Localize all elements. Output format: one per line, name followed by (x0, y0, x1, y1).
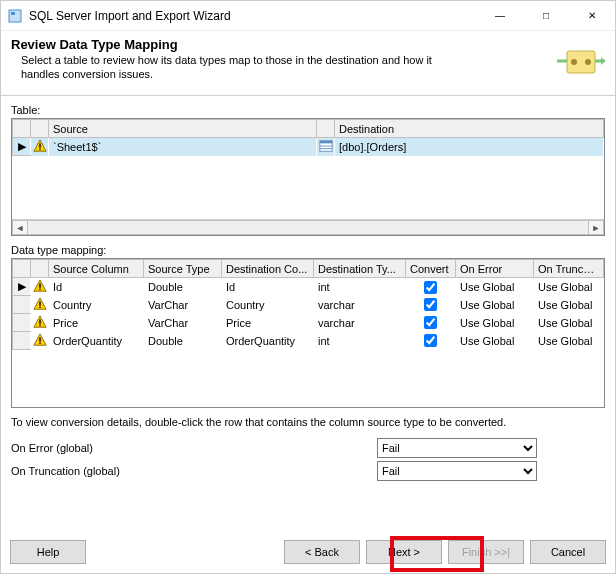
on-error-value[interactable]: Use Global (456, 314, 534, 332)
convert-checkbox-cell[interactable] (406, 278, 456, 296)
svg-point-4 (585, 59, 591, 65)
row-header-corner (13, 120, 31, 138)
source-value: `Sheet1$` (49, 138, 317, 156)
mapping-row[interactable]: ▶IdDoubleIdintUse GlobalUse Global (13, 278, 604, 296)
page-subtitle: Select a table to review how its data ty… (21, 54, 451, 82)
dest-column-value: Id (222, 278, 314, 296)
scroll-right-icon[interactable]: ► (588, 220, 604, 235)
svg-rect-18 (39, 342, 40, 343)
row-selector[interactable] (13, 314, 31, 332)
titlebar: SQL Server Import and Export Wizard — □ … (1, 1, 615, 31)
mapping-grid[interactable]: Source Column Source Type Destination Co… (11, 258, 605, 408)
warning-icon (31, 296, 49, 314)
convert-checkbox-cell[interactable] (406, 314, 456, 332)
mapping-row[interactable]: PriceVarCharPricevarcharUse GlobalUse Gl… (13, 314, 604, 332)
dest-icon-header (317, 120, 335, 138)
on-truncation-value[interactable]: Use Global (534, 296, 604, 314)
col-source-type[interactable]: Source Type (144, 260, 222, 278)
on-error-value[interactable]: Use Global (456, 278, 534, 296)
svg-rect-15 (39, 319, 40, 323)
table-row[interactable]: ▶`Sheet1$`[dbo].[Orders] (13, 138, 604, 156)
row-selector[interactable] (13, 332, 31, 350)
dest-type-value: varchar (314, 314, 406, 332)
button-bar: Help < Back Next > Finish >>| Cancel (0, 536, 616, 568)
on-error-global-label: On Error (global) (11, 442, 211, 454)
on-error-value[interactable]: Use Global (456, 296, 534, 314)
convert-checkbox[interactable] (424, 334, 437, 347)
on-truncation-global-label: On Truncation (global) (11, 465, 211, 477)
row-selector[interactable]: ▶ (13, 278, 31, 296)
col-on-truncation[interactable]: On Truncati... (534, 260, 604, 278)
col-on-error[interactable]: On Error (456, 260, 534, 278)
svg-rect-12 (39, 288, 40, 289)
on-truncation-global-select[interactable]: Fail (377, 461, 537, 481)
wizard-icon (557, 37, 605, 85)
convert-checkbox-cell[interactable] (406, 296, 456, 314)
dest-column-value: Price (222, 314, 314, 332)
convert-checkbox[interactable] (424, 316, 437, 329)
source-column-value: Country (49, 296, 144, 314)
col-dest-column[interactable]: Destination Co... (222, 260, 314, 278)
table-hscrollbar[interactable]: ◄ ► (12, 219, 604, 235)
col-source-column[interactable]: Source Column (49, 260, 144, 278)
source-column-value: OrderQuantity (49, 332, 144, 350)
source-column-value: Id (49, 278, 144, 296)
cancel-button[interactable]: Cancel (530, 540, 606, 564)
svg-rect-14 (39, 306, 40, 307)
dest-type-value: varchar (314, 296, 406, 314)
destination-value: [dbo].[Orders] (335, 138, 604, 156)
row-selector[interactable]: ▶ (13, 138, 31, 156)
source-type-value: VarChar (144, 314, 222, 332)
col-convert[interactable]: Convert (406, 260, 456, 278)
svg-rect-1 (11, 12, 15, 15)
svg-rect-5 (39, 143, 40, 147)
on-truncation-value[interactable]: Use Global (534, 332, 604, 350)
source-type-value: Double (144, 278, 222, 296)
col-dest-type[interactable]: Destination Ty... (314, 260, 406, 278)
scroll-track[interactable] (28, 220, 588, 235)
on-truncation-value[interactable]: Use Global (534, 278, 604, 296)
back-button[interactable]: < Back (284, 540, 360, 564)
dest-column-value: Country (222, 296, 314, 314)
source-column-header[interactable]: Source (49, 120, 317, 138)
dest-type-value: int (314, 332, 406, 350)
svg-rect-17 (39, 337, 40, 341)
convert-checkbox[interactable] (424, 281, 437, 294)
warning-icon (31, 138, 49, 156)
svg-point-3 (571, 59, 577, 65)
next-button[interactable]: Next > (366, 540, 442, 564)
help-button[interactable]: Help (10, 540, 86, 564)
dest-type-value: int (314, 278, 406, 296)
table-grid[interactable]: Source Destination ▶`Sheet1$`[dbo].[Orde… (11, 118, 605, 236)
map-corner (13, 260, 31, 278)
mapping-row[interactable]: CountryVarCharCountryvarcharUse GlobalUs… (13, 296, 604, 314)
dest-column-value: OrderQuantity (222, 332, 314, 350)
window-title: SQL Server Import and Export Wizard (29, 9, 231, 23)
info-text: To view conversion details, double-click… (11, 416, 605, 428)
svg-rect-16 (39, 324, 40, 325)
scroll-left-icon[interactable]: ◄ (12, 220, 28, 235)
minimize-button[interactable]: — (477, 1, 523, 31)
mapping-row[interactable]: OrderQuantityDoubleOrderQuantityintUse G… (13, 332, 604, 350)
source-column-value: Price (49, 314, 144, 332)
on-error-value[interactable]: Use Global (456, 332, 534, 350)
table-label: Table: (11, 104, 605, 116)
destination-column-header[interactable]: Destination (335, 120, 604, 138)
page-title: Review Data Type Mapping (11, 37, 549, 52)
svg-rect-0 (9, 10, 21, 22)
source-type-value: Double (144, 332, 222, 350)
app-icon (7, 8, 23, 24)
maximize-button[interactable]: □ (523, 1, 569, 31)
close-button[interactable]: ✕ (569, 1, 615, 31)
convert-checkbox-cell[interactable] (406, 332, 456, 350)
on-truncation-value[interactable]: Use Global (534, 314, 604, 332)
table-icon (317, 138, 335, 156)
svg-rect-11 (39, 283, 40, 287)
row-selector[interactable] (13, 296, 31, 314)
finish-button: Finish >>| (448, 540, 524, 564)
convert-checkbox[interactable] (424, 298, 437, 311)
on-error-global-select[interactable]: Fail (377, 438, 537, 458)
svg-rect-8 (319, 141, 331, 144)
wizard-header: Review Data Type Mapping Select a table … (1, 31, 615, 96)
svg-rect-6 (39, 148, 40, 149)
